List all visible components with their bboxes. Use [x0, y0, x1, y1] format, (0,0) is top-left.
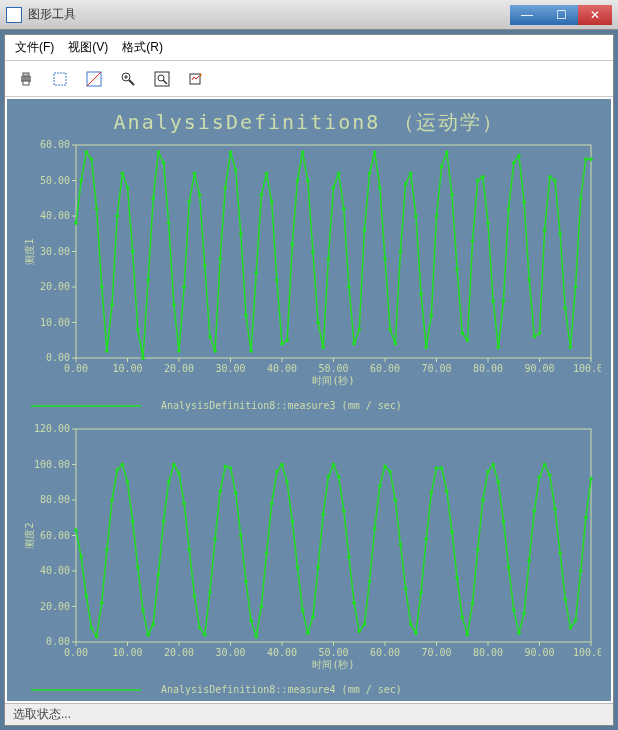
svg-point-143 — [538, 332, 541, 335]
svg-point-235 — [286, 481, 289, 484]
zoom-fit-icon — [154, 71, 170, 87]
maximize-button[interactable] — [544, 5, 578, 25]
svg-point-147 — [559, 232, 562, 235]
svg-point-203 — [121, 463, 124, 466]
svg-point-224 — [229, 467, 232, 470]
svg-point-121 — [425, 346, 428, 349]
svg-point-207 — [142, 609, 145, 612]
svg-point-255 — [389, 470, 392, 473]
svg-point-85 — [239, 232, 242, 235]
svg-point-67 — [147, 279, 150, 282]
svg-point-54 — [80, 179, 83, 182]
svg-text:60.00: 60.00 — [40, 530, 70, 541]
svg-point-241 — [317, 566, 320, 569]
svg-point-101 — [322, 346, 325, 349]
zoom-in-icon — [120, 71, 136, 87]
svg-point-150 — [574, 286, 577, 289]
svg-text:70.00: 70.00 — [421, 647, 451, 658]
svg-text:80.00: 80.00 — [473, 647, 503, 658]
svg-point-231 — [265, 552, 268, 555]
svg-point-108 — [358, 328, 361, 331]
svg-text:测度1: 测度1 — [24, 238, 35, 264]
series-label-bottom: AnalysisDefinition8::measure4 (mm / sec) — [161, 684, 402, 695]
svg-point-197 — [90, 626, 93, 629]
svg-point-213 — [172, 463, 175, 466]
svg-point-72 — [172, 303, 175, 306]
svg-point-148 — [564, 307, 567, 310]
svg-text:60.00: 60.00 — [40, 139, 70, 150]
print-button[interactable] — [15, 68, 37, 90]
svg-point-93 — [281, 342, 284, 345]
svg-point-68 — [152, 197, 155, 200]
svg-point-218 — [198, 626, 201, 629]
svg-point-245 — [337, 476, 340, 479]
svg-point-95 — [291, 243, 294, 246]
select-region-button[interactable] — [49, 68, 71, 90]
chart-panel-bottom[interactable]: 0.0020.0040.0060.0080.00100.00120.000.00… — [21, 419, 601, 674]
svg-text:时间(秒): 时间(秒) — [312, 375, 354, 386]
svg-point-237 — [296, 566, 299, 569]
svg-point-152 — [584, 158, 587, 161]
svg-point-254 — [384, 465, 387, 468]
chart-panel-top[interactable]: 0.0010.0020.0030.0040.0050.0060.000.0010… — [21, 135, 601, 390]
svg-point-273 — [481, 499, 484, 502]
close-button[interactable] — [578, 5, 612, 25]
svg-text:100.00: 100.00 — [573, 363, 601, 374]
app-icon — [6, 7, 22, 23]
svg-text:20.00: 20.00 — [40, 601, 70, 612]
svg-point-248 — [353, 602, 356, 605]
svg-point-142 — [533, 335, 536, 338]
svg-point-244 — [332, 463, 335, 466]
svg-text:0.00: 0.00 — [46, 636, 70, 647]
menu-view[interactable]: 视图(V) — [68, 39, 108, 56]
svg-point-84 — [234, 168, 237, 171]
svg-point-139 — [518, 154, 521, 157]
svg-point-212 — [167, 481, 170, 484]
svg-point-132 — [481, 176, 484, 179]
svg-point-243 — [327, 476, 330, 479]
options-button[interactable] — [185, 68, 207, 90]
svg-point-263 — [430, 492, 433, 495]
zoom-fit-button[interactable] — [151, 68, 173, 90]
svg-text:时间(秒): 时间(秒) — [312, 659, 354, 670]
svg-point-140 — [523, 200, 526, 203]
zoom-in-button[interactable] — [117, 68, 139, 90]
svg-text:120.00: 120.00 — [34, 423, 70, 434]
svg-point-138 — [512, 161, 515, 164]
svg-point-266 — [445, 490, 448, 493]
svg-text:30.00: 30.00 — [215, 363, 245, 374]
svg-text:40.00: 40.00 — [267, 363, 297, 374]
svg-point-153 — [590, 158, 593, 161]
svg-point-111 — [373, 151, 376, 154]
minimize-button[interactable] — [510, 5, 544, 25]
svg-point-96 — [296, 179, 299, 182]
legend-bottom: AnalysisDefinition8::measure4 (mm / sec) — [31, 683, 597, 697]
menu-file[interactable]: 文件(F) — [15, 39, 54, 56]
svg-point-292 — [579, 570, 582, 573]
svg-point-261 — [420, 591, 423, 594]
toolbar — [5, 61, 613, 97]
svg-text:0.00: 0.00 — [64, 647, 88, 658]
svg-point-115 — [394, 342, 397, 345]
svg-point-257 — [399, 543, 402, 546]
svg-point-202 — [116, 468, 119, 471]
svg-point-125 — [445, 151, 448, 154]
svg-point-116 — [399, 250, 402, 253]
svg-point-144 — [543, 229, 546, 232]
svg-point-249 — [358, 630, 361, 633]
svg-point-270 — [466, 634, 469, 637]
pan-button[interactable] — [83, 68, 105, 90]
svg-point-280 — [518, 632, 521, 635]
svg-text:20.00: 20.00 — [164, 363, 194, 374]
svg-rect-2 — [23, 81, 29, 85]
menu-format[interactable]: 格式(R) — [122, 39, 163, 56]
svg-point-278 — [507, 566, 510, 569]
svg-point-199 — [100, 602, 103, 605]
svg-text:40.00: 40.00 — [40, 565, 70, 576]
svg-point-293 — [584, 516, 587, 519]
svg-point-151 — [579, 197, 582, 200]
svg-point-277 — [502, 520, 505, 523]
svg-point-228 — [250, 619, 253, 622]
svg-point-107 — [353, 342, 356, 345]
svg-point-146 — [554, 179, 557, 182]
